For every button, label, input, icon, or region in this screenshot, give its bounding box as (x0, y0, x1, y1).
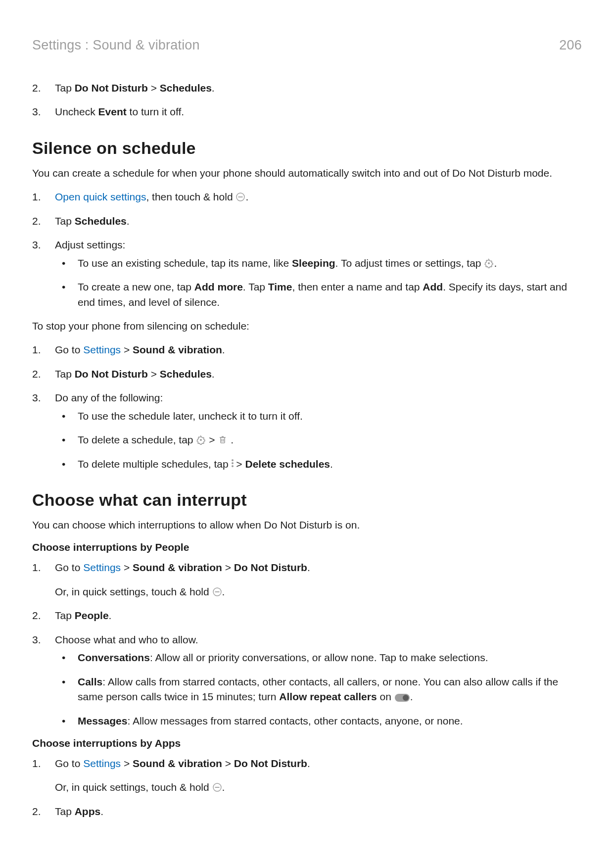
settings-link[interactable]: Settings (83, 562, 121, 573)
do-not-disturb-icon (236, 192, 245, 202)
page-header: Settings : Sound & vibration 206 (32, 38, 582, 53)
list-item: To use the schedule later, uncheck it to… (55, 409, 582, 424)
do-not-disturb-icon (212, 782, 222, 792)
settings-link[interactable]: Settings (83, 758, 121, 769)
paragraph: You can choose which interruptions to al… (32, 518, 582, 532)
subheading-people: Choose interruptions by People (32, 541, 582, 553)
intro-steps: Tap Do Not Disturb > Schedules. Uncheck … (32, 81, 582, 120)
silence-steps: Open quick settings, then touch & hold .… (32, 190, 582, 310)
breadcrumb: Settings : Sound & vibration (32, 38, 200, 53)
paragraph: You can create a schedule for when your … (32, 166, 582, 181)
list-item: To delete a schedule, tap > . (55, 433, 582, 447)
list-item: Conversations: Allow all or priority con… (55, 650, 582, 665)
step: Uncheck Event to turn it off. (32, 104, 582, 119)
subheading-apps: Choose interruptions by Apps (32, 737, 582, 749)
page-container: Settings : Sound & vibration 206 Tap Do … (0, 0, 614, 868)
svg-point-3 (200, 439, 202, 441)
step: Choose what and who to allow. Conversati… (32, 632, 582, 728)
step: Tap Apps. (32, 804, 582, 819)
gear-icon (484, 258, 494, 268)
sub-bullets: Conversations: Allow all or priority con… (55, 650, 582, 728)
page-number: 206 (559, 38, 582, 53)
open-quick-settings-link[interactable]: Open quick settings (55, 191, 146, 202)
people-steps: Go to Settings > Sound & vibration > Do … (32, 560, 582, 575)
svg-point-2 (488, 262, 490, 264)
step: Go to Settings > Sound & vibration > Do … (32, 560, 582, 575)
section-heading-silence: Silence on schedule (32, 139, 582, 158)
paragraph: To stop your phone from silencing on sch… (32, 319, 582, 334)
silence-stop-steps: Go to Settings > Sound & vibration. Tap … (32, 342, 582, 472)
sub-bullets: To use the schedule later, uncheck it to… (55, 409, 582, 472)
toggle-on-icon (395, 694, 410, 702)
step: Go to Settings > Sound & vibration > Do … (32, 756, 582, 771)
step-continuation: Or, in quick settings, touch & hold . (55, 584, 582, 599)
list-item: Messages: Allow messages from starred co… (55, 714, 582, 728)
gear-icon (196, 435, 206, 445)
step: Tap Do Not Disturb > Schedules. (32, 81, 582, 96)
step-continuation: Or, in quick settings, touch & hold . (55, 780, 582, 795)
list-item: To create a new one, tap Add more. Tap T… (55, 280, 582, 310)
list-item: Calls: Allow calls from starred contacts… (55, 675, 582, 705)
svg-rect-5 (221, 437, 225, 443)
trash-icon (218, 435, 228, 445)
list-item: To use an existing schedule, tap its nam… (55, 256, 582, 271)
sub-bullets: To use an existing schedule, tap its nam… (55, 256, 582, 310)
settings-link[interactable]: Settings (83, 344, 121, 355)
do-not-disturb-icon (212, 587, 222, 597)
step: Tap Do Not Disturb > Schedules. (32, 367, 582, 382)
step: Tap People. (32, 608, 582, 623)
step: Tap Schedules. (32, 214, 582, 229)
section-heading-choose: Choose what can interrupt (32, 490, 582, 510)
apps-steps: Go to Settings > Sound & vibration > Do … (32, 756, 582, 771)
people-steps-cont: Tap People. Choose what and who to allow… (32, 608, 582, 728)
step: Do any of the following: To use the sche… (32, 390, 582, 472)
list-item: To delete multiple schedules, tap > Dele… (55, 457, 582, 472)
step: Open quick settings, then touch & hold . (32, 190, 582, 204)
step: Adjust settings: To use an existing sche… (32, 238, 582, 310)
step: Go to Settings > Sound & vibration. (32, 342, 582, 357)
apps-steps-cont: Tap Apps. (32, 804, 582, 819)
